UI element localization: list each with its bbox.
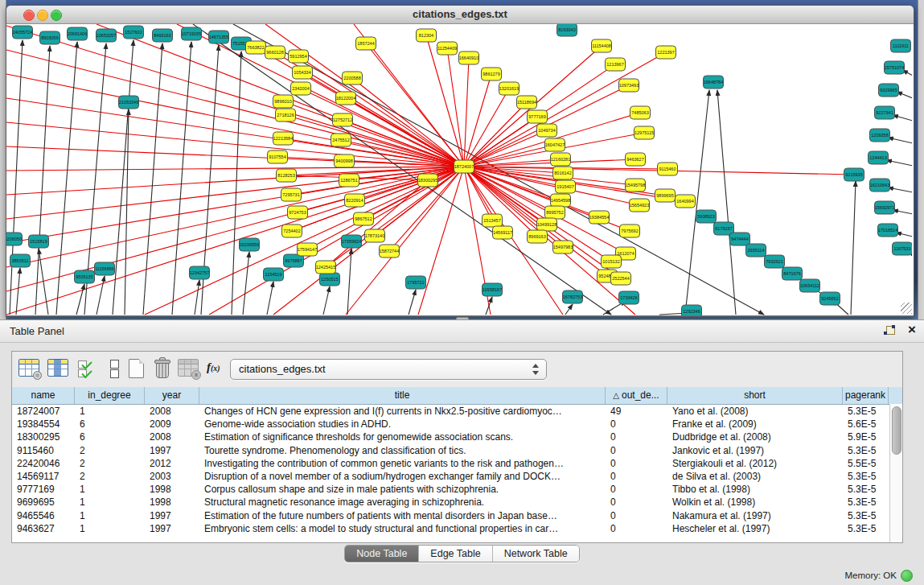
tab-node-table[interactable]: Node Table: [345, 546, 418, 562]
graph-node[interactable]: 17873140: [365, 229, 385, 242]
graph-node[interactable]: 9777169: [528, 110, 548, 123]
rows-icon[interactable]: [104, 359, 125, 380]
graph-node[interactable]: 1515819: [29, 235, 49, 248]
column-header-year[interactable]: year: [145, 387, 199, 404]
graph-node[interactable]: 10958167: [483, 283, 503, 296]
graph-node[interactable]: 13201619: [499, 82, 519, 95]
graph-node[interactable]: 15654923: [630, 199, 650, 212]
graph-node[interactable]: 25206050: [6, 233, 23, 245]
graph-node[interactable]: 8220914: [345, 194, 365, 207]
close-panel-icon[interactable]: ×: [908, 322, 916, 338]
graph-node[interactable]: 20691406: [68, 27, 88, 40]
graph-node[interactable]: 14954598: [551, 194, 571, 207]
graph-node[interactable]: 1154519: [264, 268, 284, 281]
table-selector-dropdown[interactable]: citations_edges.txt: [230, 359, 547, 380]
tab-network-table[interactable]: Network Table: [492, 546, 579, 562]
graph-node[interactable]: 12752712: [333, 113, 353, 126]
tab-edge-table[interactable]: Edge Table: [418, 546, 491, 562]
network-window-titlebar[interactable]: citations_edges.txt: [6, 6, 914, 24]
graph-node[interactable]: 16640910: [459, 51, 479, 64]
table-row[interactable]: 946554611997Estimation of the future num…: [12, 509, 902, 522]
graph-node[interactable]: 9660128: [265, 46, 285, 59]
graph-node[interactable]: 1795722: [406, 276, 426, 289]
graph-node[interactable]: 9107554: [268, 150, 288, 163]
graph-node[interactable]: 16210643: [870, 179, 890, 192]
column-header-name[interactable]: name: [12, 387, 75, 404]
graph-node[interactable]: 9861279: [482, 68, 502, 80]
graph-node[interactable]: 1513457: [483, 214, 503, 227]
graph-node[interactable]: 8969163: [528, 230, 548, 243]
graph-node[interactable]: 1049734: [537, 124, 557, 137]
graph-node[interactable]: 1857244: [356, 37, 376, 50]
graph-node[interactable]: 20206556: [240, 238, 260, 251]
window-resize-grip[interactable]: [901, 303, 912, 314]
graph-node[interactable]: 1286751: [339, 174, 359, 187]
graph-node[interactable]: 7295731: [281, 188, 302, 201]
float-panel-icon[interactable]: [884, 325, 895, 336]
graph-node[interactable]: 24055724: [13, 26, 33, 39]
column-header-in_degree[interactable]: in_degree: [75, 387, 145, 404]
table-mode-icon[interactable]: [18, 359, 39, 380]
graph-node[interactable]: 11156869: [95, 262, 115, 275]
graph-node[interactable]: 10654112: [800, 279, 820, 292]
graph-node[interactable]: 8163043: [557, 24, 577, 36]
graph-node[interactable]: 2522544: [611, 272, 631, 285]
show-columns-icon[interactable]: [47, 359, 68, 380]
graph-node[interactable]: 15751074: [885, 61, 905, 74]
graph-node[interactable]: 1111911: [891, 39, 911, 52]
graph-node[interactable]: 11154408: [592, 39, 612, 52]
graph-node[interactable]: 9505135: [75, 270, 95, 283]
graph-node[interactable]: 2475512: [331, 134, 351, 146]
graph-node[interactable]: 7975692: [620, 225, 640, 237]
table-row[interactable]: 946362711997Embryonic stem cells: a mode…: [12, 522, 902, 535]
graph-node[interactable]: 9899695: [655, 189, 676, 202]
table-row[interactable]: 2242004622012Investigating the contribut…: [12, 457, 902, 470]
graph-node[interactable]: 1015132: [602, 255, 622, 268]
graph-node[interactable]: 9215935: [844, 168, 864, 181]
select-all-icon[interactable]: [78, 359, 99, 380]
vertical-scrollbar[interactable]: [889, 404, 902, 542]
graph-node[interactable]: 9474444: [730, 233, 750, 245]
graph-node[interactable]: 1054334: [293, 66, 313, 79]
graph-node[interactable]: 9227341: [875, 106, 895, 119]
graph-node[interactable]: 1213967: [606, 58, 626, 71]
graph-node[interactable]: 7485063: [630, 106, 651, 119]
graph-node[interactable]: 8471676: [782, 267, 803, 280]
graph-node[interactable]: 1733426: [619, 291, 639, 304]
table-row[interactable]: 977716911998Corpus callosum shape and si…: [12, 483, 902, 496]
graph-node[interactable]: 5912954: [289, 50, 309, 63]
graph-node[interactable]: 8995752: [545, 206, 565, 219]
graph-node[interactable]: 16047427: [545, 138, 565, 151]
graph-node[interactable]: 10499128: [537, 218, 557, 231]
table-row[interactable]: 1872400712008Changes of HCN gene express…: [12, 405, 902, 418]
graph-node[interactable]: 12160281: [551, 153, 571, 166]
graph-node[interactable]: 10973493: [619, 79, 639, 92]
graph-node[interactable]: 3850511: [10, 254, 31, 267]
graph-node[interactable]: 9115460: [658, 163, 678, 175]
graph-node[interactable]: 812304: [417, 29, 437, 42]
table-row[interactable]: 1456911722003Disruption of a novel membe…: [12, 470, 902, 483]
graph-node[interactable]: 8128253: [277, 169, 297, 182]
table-row[interactable]: 1938455462009Genome-wide association stu…: [12, 418, 902, 431]
graph-node[interactable]: 17016514: [878, 224, 898, 237]
column-header-out_de[interactable]: △out_de...: [606, 387, 667, 404]
graph-node[interactable]: 14671355: [209, 31, 229, 43]
graph-node[interactable]: 18300295: [418, 174, 438, 187]
graph-node[interactable]: 2200588: [343, 72, 363, 84]
graph-node[interactable]: 16648784: [704, 76, 724, 89]
graph-node[interactable]: 9400998: [335, 154, 355, 167]
graph-node[interactable]: 15118694: [517, 96, 537, 109]
graph-node[interactable]: 8903059: [40, 31, 60, 44]
graph-node[interactable]: 12342757: [190, 266, 210, 279]
graph-node[interactable]: 21053346: [119, 96, 139, 109]
graph-node[interactable]: 1915407: [556, 180, 576, 193]
network-canvas[interactable]: 2405572489030592069140610653257152760284…: [6, 24, 914, 315]
graph-node[interactable]: 1292346: [682, 305, 702, 315]
graph-node[interactable]: 14569117: [493, 226, 513, 239]
column-header-pagerank[interactable]: pagerank: [843, 387, 889, 404]
graph-node[interactable]: 1640994: [676, 195, 696, 208]
graph-node[interactable]: 8016142: [553, 167, 573, 179]
graph-node[interactable]: 2342004: [291, 82, 311, 95]
graph-node[interactable]: 1527602: [124, 26, 144, 39]
graph-node[interactable]: 7254402: [282, 225, 302, 237]
